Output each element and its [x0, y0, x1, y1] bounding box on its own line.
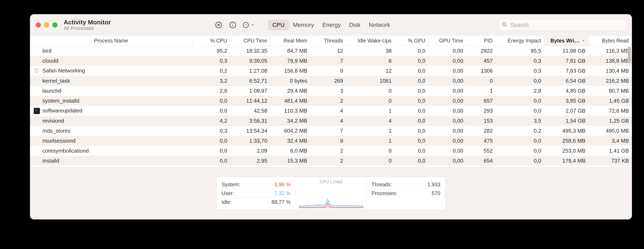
cell-gpu: 0,0	[394, 156, 428, 166]
table-row[interactable]: launchd2,81:09,9729,4 MB300,00,0012,84,8…	[30, 86, 632, 96]
table-row[interactable]: coresymbolicationd0,02,096,0 MB200,00,00…	[30, 146, 632, 156]
cell-name: installd	[30, 156, 192, 166]
cell-gpu: 0,0	[394, 136, 428, 146]
label: User:	[222, 190, 234, 196]
cell-wake: 0	[346, 86, 394, 96]
footer: System:3,90 % User:7,32 % Idle:88,77 % C…	[30, 167, 632, 219]
column-header-name[interactable]: Process Name	[30, 36, 192, 46]
cell-threads: 269	[310, 76, 346, 86]
process-name: mds_stores	[42, 128, 70, 134]
tab-disk[interactable]: Disk	[345, 20, 364, 30]
cell-threads: 9	[310, 66, 346, 76]
table-row[interactable]: kernel_task3,26:52,710 bytes26910810,00,…	[30, 76, 632, 86]
column-header-bw[interactable]: Bytes Wri…	[544, 36, 588, 46]
column-header-energy[interactable]: Energy Impact	[496, 36, 544, 46]
table-row[interactable]: cloudd0,39:39,0579,9 MB760,00,004570,37,…	[30, 56, 632, 66]
column-header-threads[interactable]: Threads	[310, 36, 346, 46]
cell-pid: 2922	[466, 46, 496, 56]
value: 88,77 %	[272, 199, 290, 205]
process-table-wrap: Process Name% CPUCPU TimeReal MemThreads…	[30, 36, 632, 167]
column-header-cputime[interactable]: CPU Time	[230, 36, 270, 46]
table-row[interactable]: nsurlsessiond0,01:33,7032,4 MB910,00,004…	[30, 136, 632, 146]
cell-pid: 293	[466, 106, 496, 116]
cell-gpu: 0,0	[394, 116, 428, 126]
column-header-br[interactable]: Bytes Read	[588, 36, 632, 46]
cell-gputime: 0,00	[428, 126, 466, 136]
cell-gputime: 0,00	[428, 146, 466, 156]
cell-bw: 253,0 MB	[544, 146, 588, 156]
table-row[interactable]: mds_stores0,313:54,34604,2 MB710,00,0028…	[30, 126, 632, 136]
cell-threads: 2	[310, 96, 346, 106]
cell-pid: 654	[466, 156, 496, 166]
value: 1.933	[427, 181, 440, 188]
stop-process-button[interactable]	[214, 21, 223, 29]
info-button[interactable]	[228, 21, 237, 29]
cell-wake: 1	[346, 136, 394, 146]
sort-descending-icon	[582, 38, 585, 44]
cell-cputime: 1:09,97	[230, 86, 270, 96]
tab-memory[interactable]: Memory	[289, 20, 318, 30]
process-name: bird	[42, 48, 52, 54]
close-window-button[interactable]	[36, 23, 41, 28]
cell-wake: 4	[346, 116, 394, 126]
search-field[interactable]	[498, 19, 627, 31]
cell-wake: 6	[346, 56, 394, 66]
fullscreen-window-button[interactable]	[52, 23, 58, 28]
table-row[interactable]: revisiond4,23:56,3134,2 MB440,00,001533,…	[30, 116, 632, 126]
more-actions-button[interactable]	[243, 21, 257, 29]
process-name: installd	[42, 158, 59, 164]
process-name: Safari Networking	[42, 68, 85, 74]
cell-realmem: 604,2 MB	[270, 126, 310, 136]
cell-realmem: 34,2 MB	[270, 116, 310, 126]
cell-realmem: 481,4 MB	[270, 96, 310, 106]
column-header-cpu[interactable]: % CPU	[192, 36, 230, 46]
cell-wake: 0	[346, 96, 394, 106]
minimize-window-button[interactable]	[44, 23, 49, 28]
cell-name: cloudd	[30, 56, 192, 66]
column-header-gpu[interactable]: % GPU	[394, 36, 428, 46]
table-row[interactable]: system_installd0,011:44,12481,4 MB200,00…	[30, 96, 632, 106]
table-row[interactable]: bird95,218:32,3584,7 MB12380,00,00292295…	[30, 46, 632, 56]
cell-gputime: 0,00	[428, 56, 466, 66]
table-row[interactable]: installd0,02,9515,3 MB200,00,006540,0179…	[30, 156, 632, 166]
tab-network[interactable]: Network	[365, 20, 394, 30]
cell-cpu: 0,3	[192, 56, 230, 66]
column-header-pid[interactable]: PID	[466, 36, 496, 46]
cell-cpu: 0,0	[192, 96, 230, 106]
column-header-realmem[interactable]: Real Mem	[270, 36, 310, 46]
cell-threads: 4	[310, 106, 346, 116]
cell-energy: 0,0	[496, 146, 544, 156]
cell-bw: 179,4 MB	[544, 156, 588, 166]
cell-cpu: 95,2	[192, 46, 230, 56]
cell-energy: 95,5	[496, 46, 544, 56]
table-body: bird95,218:32,3584,7 MB12380,00,00292295…	[30, 46, 632, 166]
column-header-wake[interactable]: Idle Wake-Ups	[346, 36, 394, 46]
cell-pid: 282	[466, 126, 496, 136]
table-row[interactable]: softwareupdated0,042,58110,3 MB410,00,00…	[30, 106, 632, 116]
cell-wake: 12	[346, 66, 394, 76]
process-name: launchd	[42, 88, 61, 94]
cell-cputime: 3:56,31	[230, 116, 270, 126]
cell-realmem: 84,7 MB	[270, 46, 310, 56]
cell-gputime: 0,00	[428, 136, 466, 146]
cell-gputime: 0,00	[428, 96, 466, 106]
table-row[interactable]: Safari Networking0,21:27,08156,8 MB9120,…	[30, 66, 632, 76]
cpu-load-graph	[299, 185, 364, 208]
cell-realmem: 0 bytes	[270, 76, 310, 86]
cell-br: 1,25 GB	[588, 116, 632, 126]
cell-gpu: 0,0	[394, 146, 428, 156]
tab-energy[interactable]: Energy	[318, 20, 345, 30]
tab-cpu[interactable]: CPU	[268, 20, 289, 30]
cell-gpu: 0,0	[394, 46, 428, 56]
cell-cputime: 2,95	[230, 156, 270, 166]
cell-br: 1,45 GB	[588, 96, 632, 106]
toolbar-actions	[214, 21, 257, 29]
cell-realmem: 110,3 MB	[270, 106, 310, 116]
activity-monitor-window: Activity Monitor All Processes CPU Memor…	[30, 14, 632, 219]
svg-line-11	[505, 25, 506, 27]
vertical-scrollbar[interactable]	[628, 47, 631, 63]
column-header-gputime[interactable]: GPU Time	[428, 36, 466, 46]
cell-gpu: 0,0	[394, 56, 428, 66]
search-input[interactable]	[510, 22, 624, 28]
cell-cputime: 2,09	[230, 146, 270, 156]
